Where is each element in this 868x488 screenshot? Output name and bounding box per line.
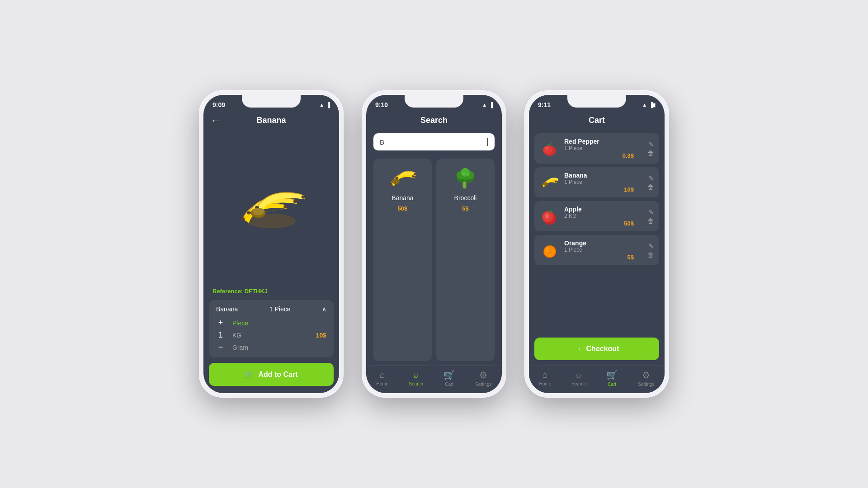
banana-cart-name: Banana — [564, 172, 643, 179]
svg-point-2 — [283, 205, 288, 208]
banana-result-price: 50$ — [398, 205, 408, 212]
banana-cart-icon — [540, 174, 560, 191]
orange-cart-name: Orange — [564, 239, 643, 247]
search-result-broccoli[interactable]: Broccoli 5$ — [436, 159, 495, 361]
edit-apple-button[interactable]: ✎ — [648, 208, 654, 216]
orange-cart-info: Orange 1 Piece 5$ — [564, 239, 643, 261]
banana-actions: ✎ 🗑 — [647, 174, 654, 191]
cart-item-orange: Orange 1 Piece 5$ ✎ 🗑 — [534, 235, 659, 265]
options-header: Banana 1 Piece ∧ — [216, 305, 326, 313]
search-bar[interactable]: B — [373, 133, 495, 150]
option-row-piece[interactable]: + Piece — [216, 318, 326, 328]
home-icon-3: ⌂ — [542, 370, 548, 380]
checkout-label: Checkout — [586, 345, 619, 353]
status-time-2: 9:10 — [375, 101, 388, 108]
search-screen: Search B — [366, 111, 502, 366]
delete-orange-button[interactable]: 🗑 — [647, 251, 654, 258]
cart-screen: Cart Red Pepper — [529, 111, 665, 366]
broccoli-result-name: Broccoli — [454, 194, 477, 202]
svg-point-3 — [247, 211, 251, 214]
reference-label: Reference: — [212, 288, 245, 295]
nav-settings-2[interactable]: ⚙ Settings — [475, 370, 491, 387]
home-label-2: Home — [377, 381, 389, 386]
option-row-gram[interactable]: − Gram — [216, 343, 326, 352]
kg-label: KG — [232, 332, 309, 339]
status-icons-3: ▲ ▐▮ — [642, 102, 656, 108]
red-pepper-icon — [540, 139, 560, 159]
svg-point-27 — [541, 185, 543, 187]
chevron-up-icon[interactable]: ∧ — [322, 305, 326, 313]
cart-items-list: Red Pepper 1 Piece 0.3$ ✎ 🗑 — [529, 130, 665, 334]
svg-rect-23 — [463, 182, 465, 189]
option-product-name: Banana — [216, 305, 238, 313]
product-options-card: Banana 1 Piece ∧ + Piece 1 KG 10$ — [209, 300, 334, 357]
nav-settings-3[interactable]: ⚙ Settings — [638, 370, 654, 387]
nav-search-3[interactable]: ⌕ Search — [571, 370, 586, 387]
piece-label: Piece — [232, 319, 326, 327]
svg-point-28 — [555, 181, 557, 183]
red-pepper-actions: ✎ 🗑 — [647, 141, 654, 157]
svg-point-12 — [413, 173, 416, 175]
orange-cart-icon — [540, 240, 560, 260]
apple-cart-name: Apple — [564, 206, 643, 213]
add-to-cart-button[interactable]: 🛒 Add to Cart — [209, 363, 334, 386]
edit-orange-button[interactable]: ✎ — [648, 242, 654, 249]
svg-point-6 — [302, 195, 306, 198]
search-label-3: Search — [571, 381, 586, 386]
search-icon-3: ⌕ — [576, 370, 581, 380]
gram-label: Gram — [232, 344, 326, 351]
cursor — [487, 138, 488, 146]
option-quantity: 1 Piece — [269, 305, 291, 313]
settings-label-3: Settings — [638, 382, 654, 387]
orange-actions: ✎ 🗑 — [647, 242, 654, 258]
apple-actions: ✎ 🗑 — [647, 208, 654, 225]
cart-icon-2: 🛒 — [443, 370, 455, 380]
nav-cart-2[interactable]: 🛒 Cart — [443, 370, 455, 387]
cart-item-banana: Banana 1 Piece 10$ ✎ 🗑 — [534, 167, 659, 197]
delete-banana-button[interactable]: 🗑 — [647, 183, 654, 191]
settings-label-2: Settings — [475, 382, 491, 387]
svg-point-9 — [389, 183, 392, 185]
home-icon-2: ⌂ — [380, 370, 385, 380]
nav-home-2[interactable]: ⌂ Home — [377, 370, 389, 387]
product-title: Banana — [256, 116, 286, 125]
checkout-button[interactable]: → Checkout — [534, 338, 659, 360]
back-button[interactable]: ← — [211, 115, 220, 126]
options-list: + Piece 1 KG 10$ − Gram — [216, 318, 326, 352]
cart-title: Cart — [589, 116, 605, 125]
edit-pepper-button[interactable]: ✎ — [648, 141, 654, 148]
nav-cart-3[interactable]: 🛒 Cart — [606, 370, 618, 387]
nav-home-3[interactable]: ⌂ Home — [539, 370, 552, 387]
status-time-1: 9:09 — [212, 101, 225, 108]
banana-result-name: Banana — [392, 194, 413, 202]
orange-cart-qty: 1 Piece — [564, 247, 643, 253]
apple-cart-info: Apple 2 KG 50$ — [564, 206, 643, 227]
cart-header: Cart — [529, 111, 665, 130]
search-results-grid: Banana 50$ — [366, 154, 502, 366]
apple-cart-qty: 2 KG — [564, 213, 643, 219]
notch — [242, 95, 301, 108]
svg-point-38 — [550, 252, 552, 253]
delete-pepper-button[interactable]: 🗑 — [647, 150, 654, 157]
minus-icon: − — [216, 343, 225, 352]
svg-point-8 — [253, 208, 264, 215]
add-to-cart-label: Add to Cart — [258, 371, 297, 379]
edit-banana-button[interactable]: ✎ — [648, 174, 654, 182]
reference-value: DFTHKJ — [245, 288, 268, 295]
search-icon-2: ⌕ — [413, 370, 419, 380]
home-label-3: Home — [539, 381, 552, 386]
product-header: ← Banana — [203, 111, 339, 130]
phone-search: 9:10 ▲ ▐ Search B — [362, 90, 506, 398]
status-time-3: 9:11 — [538, 101, 551, 108]
banana-search-icon — [387, 166, 419, 191]
option-row-kg[interactable]: 1 KG 10$ — [216, 330, 326, 340]
svg-point-26 — [545, 145, 548, 150]
svg-point-39 — [549, 249, 551, 250]
svg-point-21 — [462, 172, 466, 176]
product-detail-screen: ← Banana — [203, 111, 339, 393]
settings-icon-2: ⚙ — [479, 370, 487, 380]
delete-apple-button[interactable]: 🗑 — [647, 217, 654, 225]
search-result-banana[interactable]: Banana 50$ — [373, 159, 432, 361]
nav-search-2[interactable]: ⌕ Search — [409, 370, 423, 387]
bottom-nav-cart: ⌂ Home ⌕ Search 🛒 Cart ⚙ Settings — [529, 366, 665, 393]
